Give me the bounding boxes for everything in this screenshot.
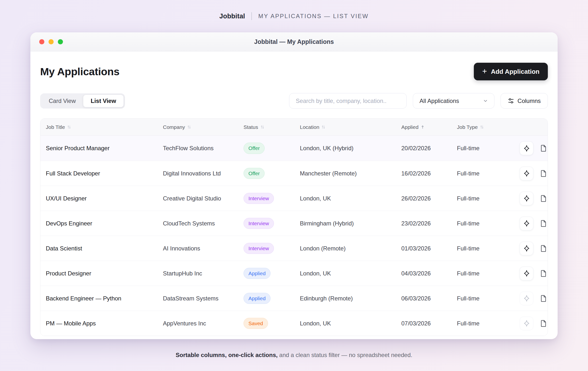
table-row[interactable]: DevOps Engineer CloudTech Systems Interv… <box>40 211 548 236</box>
page-title: My Applications <box>40 66 120 78</box>
document-button[interactable] <box>539 319 548 328</box>
ai-sparkle-button[interactable] <box>520 217 533 230</box>
column-header-job-title[interactable]: Job Title <box>46 124 163 130</box>
breadcrumb: MY APPLICATIONS — LIST VIEW <box>258 13 368 20</box>
view-tab-list-view[interactable]: List View <box>83 95 124 107</box>
job-type-cell: Full-time <box>457 170 520 177</box>
document-button[interactable] <box>539 269 548 278</box>
column-header-applied[interactable]: Applied <box>401 124 457 130</box>
status-cell: Interview <box>244 193 300 204</box>
brand-logo: Jobbital <box>219 12 245 20</box>
document-button[interactable] <box>539 294 548 303</box>
status-badge: Interview <box>244 218 274 229</box>
document-button[interactable] <box>539 144 548 152</box>
status-cell: Offer <box>244 143 300 154</box>
column-header-company[interactable]: Company <box>163 124 244 130</box>
status-cell: Applied <box>244 268 300 279</box>
job-title-cell: Senior Product Manager <box>46 145 163 152</box>
table-row[interactable]: Backend Engineer — Python DataStream Sys… <box>40 286 548 311</box>
add-application-label: Add Application <box>491 68 539 75</box>
controls-right: All Applications Columns <box>289 93 548 109</box>
applied-date-cell: 04/03/2026 <box>401 270 457 277</box>
row-actions <box>520 192 548 205</box>
company-cell: Creative Digital Studio <box>163 195 244 202</box>
applied-date-cell: 26/02/2026 <box>401 195 457 202</box>
close-button[interactable] <box>39 39 44 44</box>
view-tab-card-view[interactable]: Card View <box>41 95 83 107</box>
row-actions <box>520 141 548 155</box>
row-actions <box>520 242 548 255</box>
table-row[interactable]: Senior Product Manager TechFlow Solution… <box>40 136 548 161</box>
status-filter-select[interactable]: All Applications <box>413 93 494 109</box>
sort-icon <box>260 125 264 129</box>
location-cell: London, UK <box>300 270 401 277</box>
table-row[interactable]: Data Scientist AI Innovations Interview … <box>40 236 548 261</box>
location-cell: Edinburgh (Remote) <box>300 295 401 302</box>
column-header-label: Job Type <box>457 124 478 130</box>
row-actions <box>520 292 548 305</box>
plus-icon: + <box>482 67 487 75</box>
columns-button[interactable]: Columns <box>501 93 548 109</box>
header-divider <box>251 12 252 20</box>
job-type-cell: Full-time <box>457 195 520 202</box>
status-filter-value: All Applications <box>419 98 459 104</box>
minimize-button[interactable] <box>49 39 54 44</box>
window-titlebar: Jobbital — My Applications <box>30 32 558 51</box>
search-input[interactable] <box>289 93 407 109</box>
view-toggle: Card ViewList View <box>40 93 125 109</box>
status-badge: Interview <box>244 243 274 254</box>
add-application-button[interactable]: + Add Application <box>474 63 548 80</box>
status-badge: Applied <box>244 268 270 279</box>
status-badge: Offer <box>244 168 265 179</box>
location-cell: Birmingham (Hybrid) <box>300 220 401 227</box>
app-window: Jobbital — My Applications My Applicatio… <box>30 32 558 339</box>
row-actions <box>520 167 548 180</box>
status-badge: Applied <box>244 293 270 304</box>
status-badge: Interview <box>244 193 274 204</box>
company-cell: TechFlow Solutions <box>163 145 244 152</box>
table-row[interactable]: Product Designer StartupHub Inc Applied … <box>40 261 548 286</box>
window-content: My Applications + Add Application Card V… <box>30 51 558 339</box>
job-type-cell: Full-time <box>457 270 520 277</box>
document-button[interactable] <box>539 219 548 228</box>
table-row[interactable]: UX/UI Designer Creative Digital Studio I… <box>40 186 548 211</box>
status-cell: Applied <box>244 293 300 304</box>
document-button[interactable] <box>539 194 548 203</box>
location-cell: London (Remote) <box>300 245 401 252</box>
document-button[interactable] <box>539 169 548 178</box>
table-body: Senior Product Manager TechFlow Solution… <box>40 136 548 336</box>
window-controls <box>39 32 63 51</box>
ai-sparkle-button <box>520 317 533 330</box>
ai-sparkle-button[interactable] <box>520 192 533 205</box>
location-cell: London, UK <box>300 320 401 327</box>
job-type-cell: Full-time <box>457 145 520 152</box>
footer-bold-text: Sortable columns, one-click actions, <box>176 352 278 358</box>
job-title-cell: Full Stack Developer <box>46 170 163 177</box>
job-title-cell: Data Scientist <box>46 245 163 252</box>
window-title: Jobbital — My Applications <box>254 38 334 45</box>
column-header-label: Location <box>300 124 319 130</box>
job-title-cell: UX/UI Designer <box>46 195 163 202</box>
ai-sparkle-button[interactable] <box>520 167 533 180</box>
column-header-job-type[interactable]: Job Type <box>457 124 520 130</box>
ai-sparkle-button[interactable] <box>520 267 533 280</box>
sliders-icon <box>508 98 514 104</box>
table-row[interactable]: Full Stack Developer Digital Innovations… <box>40 161 548 186</box>
column-header-status[interactable]: Status <box>244 124 300 130</box>
sort-icon <box>67 125 71 129</box>
status-cell: Offer <box>244 168 300 179</box>
ai-sparkle-button[interactable] <box>520 242 533 255</box>
chevron-down-icon <box>483 98 488 104</box>
zoom-button[interactable] <box>58 39 63 44</box>
row-actions <box>520 267 548 280</box>
heading-row: My Applications + Add Application <box>40 63 548 80</box>
table-row[interactable]: PM — Mobile Apps AppVentures Inc Saved L… <box>40 311 548 336</box>
document-button[interactable] <box>539 244 548 253</box>
applications-table: Job Title Company Status Location Applie… <box>40 118 548 336</box>
column-header-location[interactable]: Location <box>300 124 401 130</box>
status-badge: Saved <box>244 318 268 329</box>
ai-sparkle-button[interactable] <box>520 141 533 155</box>
applied-date-cell: 06/03/2026 <box>401 295 457 302</box>
location-cell: Manchester (Remote) <box>300 170 401 177</box>
controls-row: Card ViewList View All Applications <box>40 93 548 109</box>
